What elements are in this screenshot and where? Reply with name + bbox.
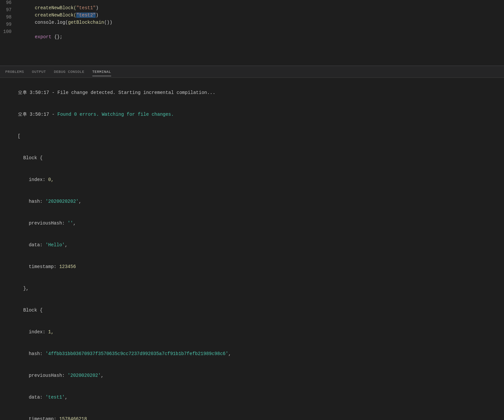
terminal[interactable]: 오후 3:50:17 - File change detected. Start… [0, 78, 504, 420]
tab-problems[interactable]: PROBLEMS [5, 68, 24, 76]
terminal-compile-line1: 오후 3:50:17 - File change detected. Start… [7, 82, 497, 104]
terminal-block1-prevhash: previousHash: '2020020202', [7, 365, 497, 386]
line-content-98: console.log(getBlockchain()) [18, 15, 112, 30]
code-line-97: 97 createNewBlock("test2") [0, 7, 504, 15]
tab-debug-console[interactable]: DEBUG CONSOLE [54, 68, 84, 76]
panel-tabs: PROBLEMS OUTPUT DEBUG CONSOLE TERMINAL [0, 66, 504, 78]
terminal-block0-close: }, [7, 278, 497, 299]
terminal-block1-timestamp: timestamp: 1578466218 [7, 408, 497, 420]
code-line-96: 96 createNewBlock("test1") [0, 0, 504, 7]
terminal-block1-hash: hash: '4ffbb31bb03670937f3570635c9cc7237… [7, 343, 497, 365]
line-number-96: 96 [0, 0, 18, 5]
terminal-compile-line2: 오후 3:50:17 - Found 0 errors. Watching fo… [7, 104, 497, 125]
tab-terminal[interactable]: TERMINAL [92, 68, 111, 76]
tab-output[interactable]: OUTPUT [32, 68, 46, 76]
terminal-block0-type: Block { [7, 147, 497, 169]
terminal-block1-data: data: 'test1', [7, 386, 497, 408]
terminal-block0-hash: hash: '2020020202', [7, 191, 497, 212]
terminal-block0-index: index: 0, [7, 169, 497, 191]
code-editor: 96 createNewBlock("test1") 97 createNewB… [0, 0, 504, 66]
terminal-block1-type: Block { [7, 299, 497, 321]
line-number-97: 97 [0, 7, 18, 13]
line-content-100: export {}; [18, 29, 62, 45]
terminal-block1-index: index: 1, [7, 321, 497, 343]
line-content-99 [18, 22, 21, 27]
line-number-99: 99 [0, 22, 18, 27]
line-number-98: 98 [0, 15, 18, 20]
terminal-open-bracket: [ [7, 125, 497, 147]
terminal-block0-timestamp: timestamp: 123456 [7, 256, 497, 278]
code-line-98: 98 console.log(getBlockchain()) [0, 15, 504, 22]
line-number-100: 100 [0, 29, 18, 34]
terminal-block0-data: data: 'Hello', [7, 234, 497, 256]
terminal-block0-prevhash: previousHash: '', [7, 212, 497, 234]
